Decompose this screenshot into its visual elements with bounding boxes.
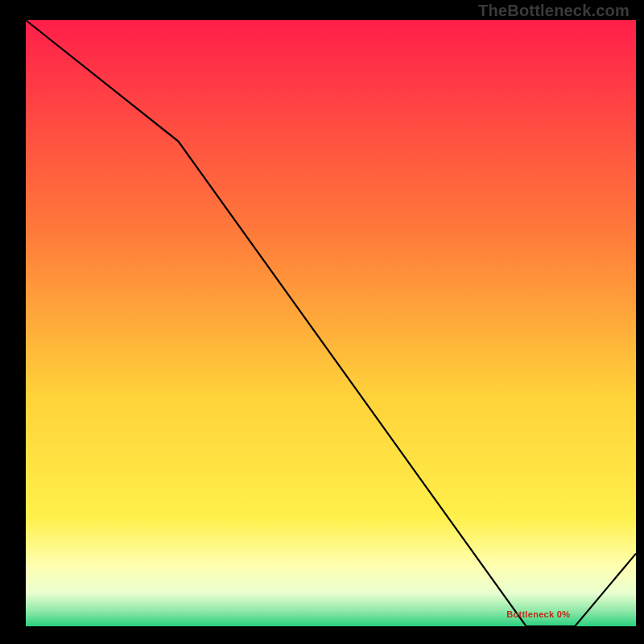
bottleneck-annotation: Bottleneck 0% [506,609,570,619]
attribution-label: TheBottleneck.com [478,2,630,20]
chart-container: { "attribution": "TheBottleneck.com", "c… [0,0,644,644]
chart-svg: Bottleneck 0% [0,0,644,644]
plot-background [26,20,636,626]
